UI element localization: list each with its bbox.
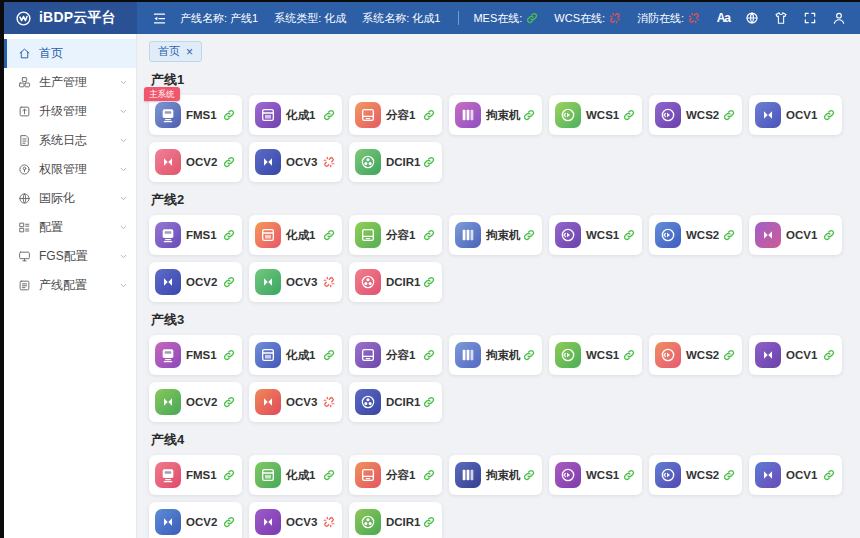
app-card-拘束机[interactable]: 拘束机: [449, 215, 542, 255]
app-card-ocv2[interactable]: OCV2: [149, 262, 242, 302]
link-icon: [223, 396, 235, 408]
link-icon: [523, 469, 535, 481]
sidebar-item-line-config[interactable]: 产线配置: [4, 271, 136, 300]
app-card-化成1[interactable]: 化成1: [249, 95, 342, 135]
sidebar-item-permission-mgmt[interactable]: 权限管理: [4, 155, 136, 184]
chevron-down-icon: [119, 281, 128, 290]
card-label: FMS1: [186, 349, 217, 361]
info-label: 产线名称:: [180, 12, 227, 24]
card-label: WCS1: [586, 109, 619, 121]
status-label: 消防在线:: [637, 11, 684, 26]
app-card-化成1[interactable]: 化成1: [249, 455, 342, 495]
link-icon: [823, 229, 835, 241]
restraint-icon: [455, 462, 481, 488]
link-icon: [423, 396, 435, 408]
card-label: OCV2: [186, 156, 217, 168]
app-card-分容1[interactable]: 分容1: [349, 95, 442, 135]
app-card-分容1[interactable]: 分容1: [349, 215, 442, 255]
i18n-icon: [18, 192, 31, 205]
app-card-拘束机[interactable]: 拘束机: [449, 335, 542, 375]
app-logo: iBDP云平台: [4, 2, 137, 34]
app-card-拘束机[interactable]: 拘束机: [449, 95, 542, 135]
app-card-wcs2[interactable]: WCS2: [649, 215, 742, 255]
fms-icon: [155, 342, 181, 368]
app-card-wcs2[interactable]: WCS2: [649, 455, 742, 495]
app-card-化成1[interactable]: 化成1: [249, 335, 342, 375]
sidebar-item-config[interactable]: 配置: [4, 213, 136, 242]
fullscreen-icon[interactable]: [803, 11, 817, 25]
card-label: WCS2: [686, 349, 719, 361]
app-card-ocv3[interactable]: OCV3: [249, 502, 342, 538]
sidebar-item-label: 系统日志: [39, 132, 87, 149]
header-action-icons: Aa: [717, 11, 860, 25]
app-card-wcs2[interactable]: WCS2: [649, 335, 742, 375]
tab-home[interactable]: 首页 ×: [149, 41, 202, 62]
card-label: DCIR1: [386, 396, 421, 408]
sidebar-collapse-icon[interactable]: [152, 11, 167, 26]
card-label: 分容1: [386, 348, 415, 363]
sidebar-item-home[interactable]: 首页: [4, 39, 136, 68]
app-card-ocv2[interactable]: OCV2: [149, 142, 242, 182]
info-value: 产线1: [230, 12, 258, 24]
app-card-dcir1[interactable]: DCIR1: [349, 502, 442, 538]
app-card-分容1[interactable]: 分容1: [349, 455, 442, 495]
theme-shirt-icon[interactable]: [774, 11, 788, 25]
sidebar-item-upgrade-mgmt[interactable]: 升级管理: [4, 97, 136, 126]
app-card-fms1[interactable]: FMS1: [149, 455, 242, 495]
app-card-ocv1[interactable]: OCV1: [749, 215, 842, 255]
app-card-fms1[interactable]: 主系统 FMS1: [149, 95, 242, 135]
card-label: WCS1: [586, 229, 619, 241]
app-card-ocv2[interactable]: OCV2: [149, 382, 242, 422]
card-grid: FMS1 化成1 分容1 拘束机 WCS1 WCS2 OCV1 OCV2 OCV: [149, 455, 851, 538]
app-card-ocv3[interactable]: OCV3: [249, 262, 342, 302]
app-card-化成1[interactable]: 化成1: [249, 215, 342, 255]
app-card-ocv1[interactable]: OCV1: [749, 335, 842, 375]
card-label: 分容1: [386, 228, 415, 243]
app-card-dcir1[interactable]: DCIR1: [349, 382, 442, 422]
tab-close-icon[interactable]: ×: [186, 46, 193, 58]
app-card-wcs1[interactable]: WCS1: [549, 215, 642, 255]
app-card-分容1[interactable]: 分容1: [349, 335, 442, 375]
app-card-ocv2[interactable]: OCV2: [149, 502, 242, 538]
card-label: FMS1: [186, 229, 217, 241]
card-label: 拘束机: [486, 228, 521, 243]
app-card-wcs1[interactable]: WCS1: [549, 335, 642, 375]
sidebar-item-production-mgmt[interactable]: 生产管理: [4, 68, 136, 97]
sidebar-item-i18n[interactable]: 国际化: [4, 184, 136, 213]
permission-mgmt-icon: [18, 163, 31, 176]
app-card-ocv3[interactable]: OCV3: [249, 142, 342, 182]
app-card-ocv1[interactable]: OCV1: [749, 95, 842, 135]
app-card-dcir1[interactable]: DCIR1: [349, 142, 442, 182]
app-card-拘束机[interactable]: 拘束机: [449, 455, 542, 495]
ocv-icon: [155, 509, 181, 535]
link-icon: [523, 229, 535, 241]
grading-icon: [355, 342, 381, 368]
broken-link-icon: [323, 276, 335, 288]
app-title: iBDP云平台: [39, 9, 116, 27]
card-label: DCIR1: [386, 276, 421, 288]
app-card-wcs1[interactable]: WCS1: [549, 95, 642, 135]
app-card-ocv3[interactable]: OCV3: [249, 382, 342, 422]
language-globe-icon[interactable]: [745, 11, 759, 25]
app-card-wcs1[interactable]: WCS1: [549, 455, 642, 495]
font-size-icon[interactable]: Aa: [717, 11, 730, 25]
ocv-icon: [155, 389, 181, 415]
wcs-icon: [655, 102, 681, 128]
dcir-icon: [355, 149, 381, 175]
sidebar-item-fgs-config[interactable]: FGS配置: [4, 242, 136, 271]
user-icon[interactable]: [832, 11, 846, 25]
app-card-fms1[interactable]: FMS1: [149, 215, 242, 255]
sidebar-item-system-logs[interactable]: 系统日志: [4, 126, 136, 155]
app-card-wcs2[interactable]: WCS2: [649, 95, 742, 135]
card-label: OCV2: [186, 276, 217, 288]
card-label: 拘束机: [486, 108, 521, 123]
link-icon: [723, 229, 735, 241]
app-card-ocv1[interactable]: OCV1: [749, 455, 842, 495]
status-label: WCS在线:: [554, 11, 605, 26]
sidebar-item-label: 产线配置: [39, 277, 87, 294]
app-card-dcir1[interactable]: DCIR1: [349, 262, 442, 302]
app-card-fms1[interactable]: FMS1: [149, 335, 242, 375]
fms-icon: [155, 102, 181, 128]
ocv-icon: [255, 509, 281, 535]
dcir-icon: [355, 269, 381, 295]
